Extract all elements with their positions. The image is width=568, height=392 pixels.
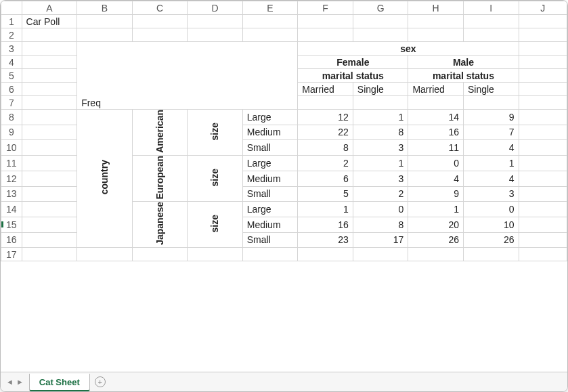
cell-H7[interactable]: [408, 96, 464, 110]
label-large-2[interactable]: Large: [242, 155, 298, 171]
cell-G8[interactable]: 1: [353, 110, 408, 125]
row-header-4[interactable]: 4: [1, 56, 22, 69]
cell-F15[interactable]: 16: [298, 217, 353, 233]
row-header-14[interactable]: 14: [1, 202, 22, 217]
cell-J15[interactable]: [519, 217, 567, 233]
cell-F7[interactable]: [298, 96, 353, 110]
label-size-1[interactable]: size: [188, 110, 243, 156]
cell-J2[interactable]: [519, 28, 567, 42]
cell-G11[interactable]: 1: [353, 155, 408, 171]
cell-E2[interactable]: [242, 28, 298, 42]
label-european[interactable]: European: [132, 155, 188, 202]
row-header-7[interactable]: 7: [1, 96, 22, 110]
col-header-I[interactable]: I: [463, 1, 519, 15]
cell-G15[interactable]: 8: [353, 217, 408, 233]
cell-F10[interactable]: 8: [298, 140, 353, 156]
row-header-10[interactable]: 10: [1, 140, 22, 156]
cell-I1[interactable]: [463, 15, 519, 28]
row-header-3[interactable]: 3: [1, 42, 22, 56]
label-large-3[interactable]: Large: [242, 202, 298, 217]
cell-H17[interactable]: [408, 248, 464, 261]
header-single-m[interactable]: Single: [463, 83, 519, 96]
cell-I10[interactable]: 4: [463, 140, 519, 156]
cell-F1[interactable]: [298, 15, 353, 28]
row-header-15[interactable]: 15: [1, 217, 22, 233]
cell-J8[interactable]: [519, 110, 567, 125]
cell-H13[interactable]: 9: [408, 186, 464, 202]
label-american[interactable]: American: [132, 110, 188, 156]
label-size-3[interactable]: size: [188, 202, 243, 248]
cell-G9[interactable]: 8: [353, 125, 408, 140]
cell-A4[interactable]: [22, 56, 77, 69]
row-header-1[interactable]: 1: [1, 15, 22, 28]
col-header-C[interactable]: C: [132, 1, 188, 15]
pivot-stub-blank[interactable]: [77, 42, 298, 96]
cell-J7[interactable]: [519, 96, 567, 110]
row-header-17[interactable]: 17: [1, 248, 22, 261]
cell-B1[interactable]: [77, 15, 133, 28]
cell-A3[interactable]: [22, 42, 77, 56]
cell-F11[interactable]: 2: [298, 155, 353, 171]
cell-A17[interactable]: [22, 248, 77, 261]
cell-J3[interactable]: [519, 42, 567, 56]
cell-J6[interactable]: [519, 83, 567, 96]
label-medium-2[interactable]: Medium: [242, 171, 298, 186]
row-header-16[interactable]: 16: [1, 232, 22, 248]
label-small-1[interactable]: Small: [242, 140, 298, 156]
col-header-B[interactable]: B: [77, 1, 133, 15]
cell-H14[interactable]: 1: [408, 202, 464, 217]
col-header-A[interactable]: A: [22, 1, 77, 15]
label-japanese[interactable]: Japanese: [132, 202, 188, 248]
cell-G1[interactable]: [353, 15, 408, 28]
tab-nav-prev-icon[interactable]: ◄: [6, 378, 14, 386]
cell-I16[interactable]: 26: [463, 232, 519, 248]
cell-G16[interactable]: 17: [353, 232, 408, 248]
header-sex[interactable]: sex: [298, 42, 519, 56]
row-header-12[interactable]: 12: [1, 171, 22, 186]
cell-H16[interactable]: 26: [408, 232, 464, 248]
cell-F12[interactable]: 6: [298, 171, 353, 186]
cell-A7[interactable]: [22, 96, 77, 110]
cell-A10[interactable]: [22, 140, 77, 156]
cell-H15[interactable]: 20: [408, 217, 464, 233]
cell-J4[interactable]: [519, 56, 567, 69]
header-single-f[interactable]: Single: [353, 83, 408, 96]
cell-B17[interactable]: [77, 248, 133, 261]
cell-A1[interactable]: Car Poll: [22, 15, 77, 28]
cell-B2[interactable]: [77, 28, 133, 42]
cell-H9[interactable]: 16: [408, 125, 464, 140]
row-header-2[interactable]: 2: [1, 28, 22, 42]
cell-A11[interactable]: [22, 155, 77, 171]
cell-A2[interactable]: [22, 28, 77, 42]
cell-D2[interactable]: [188, 28, 243, 42]
row-header-8[interactable]: 8: [1, 110, 22, 125]
cell-A9[interactable]: [22, 125, 77, 140]
row-header-5[interactable]: 5: [1, 69, 22, 83]
row-header-9[interactable]: 9: [1, 125, 22, 140]
header-female[interactable]: Female: [298, 56, 408, 69]
col-header-D[interactable]: D: [188, 1, 243, 15]
row-header-13[interactable]: 13: [1, 186, 22, 202]
cell-G7[interactable]: [353, 96, 408, 110]
cell-J10[interactable]: [519, 140, 567, 156]
cell-F9[interactable]: 22: [298, 125, 353, 140]
add-sheet-button[interactable]: +: [90, 372, 110, 391]
header-married-m[interactable]: Married: [408, 83, 464, 96]
spreadsheet-grid[interactable]: A B C D E F G H I J 1 Car Poll: [1, 1, 567, 372]
cell-I13[interactable]: 3: [463, 186, 519, 202]
cell-A15[interactable]: [22, 217, 77, 233]
col-header-G[interactable]: G: [353, 1, 408, 15]
cell-J11[interactable]: [519, 155, 567, 171]
cell-I11[interactable]: 1: [463, 155, 519, 171]
cell-I14[interactable]: 0: [463, 202, 519, 217]
header-married-f[interactable]: Married: [298, 83, 353, 96]
col-header-E[interactable]: E: [242, 1, 298, 15]
cell-G10[interactable]: 3: [353, 140, 408, 156]
cell-G13[interactable]: 2: [353, 186, 408, 202]
cell-H2[interactable]: [408, 28, 464, 42]
cell-A16[interactable]: [22, 232, 77, 248]
cell-A13[interactable]: [22, 186, 77, 202]
cell-G2[interactable]: [353, 28, 408, 42]
tab-nav-next-icon[interactable]: ►: [16, 378, 24, 386]
cell-F14[interactable]: 1: [298, 202, 353, 217]
